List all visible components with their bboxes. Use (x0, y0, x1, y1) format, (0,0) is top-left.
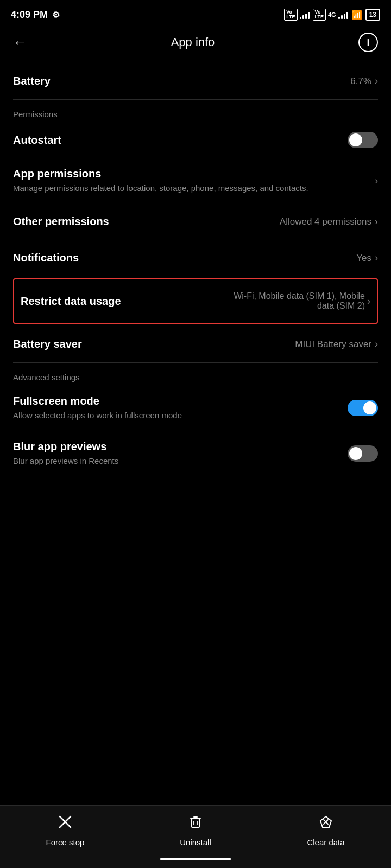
fullscreen-title: Fullscreen mode (13, 395, 339, 407)
back-button[interactable]: ← (13, 34, 27, 51)
restrict-data-value: Wi-Fi, Mobile data (SIM 1), Mobile data … (218, 291, 365, 311)
other-permissions-row[interactable]: Other permissions Allowed 4 permissions … (13, 203, 378, 240)
status-time: 4:09 PM (11, 9, 48, 21)
fullscreen-toggle-knob (363, 401, 376, 414)
volte2-badge: VoLTE (313, 9, 326, 21)
force-stop-button[interactable]: Force stop (33, 814, 98, 847)
autostart-toggle-knob (349, 133, 362, 146)
app-permissions-chevron: › (375, 175, 378, 187)
bottom-bar: Force stop Uninstall (0, 805, 391, 868)
advanced-section-label: Advanced settings (13, 363, 378, 385)
notifications-label: Notifications (13, 252, 79, 264)
restrict-data-usage-row[interactable]: Restrict data usage Wi-Fi, Mobile data (… (13, 278, 378, 324)
battery-row[interactable]: Battery 6.7% › (13, 63, 378, 99)
fullscreen-text: Fullscreen mode Allow selected apps to w… (13, 395, 339, 421)
app-permissions-row[interactable]: App permissions Manage permissions relat… (13, 158, 378, 203)
battery-saver-chevron: › (375, 339, 378, 350)
4g-badge: 4G (328, 11, 336, 18)
bottom-actions: Force stop Uninstall (0, 806, 391, 853)
battery-level: 13 (365, 9, 380, 21)
status-time-area: 4:09 PM ⚙ (11, 9, 60, 21)
blur-subtitle: Blur app previews in Recents (13, 455, 339, 467)
svg-rect-2 (192, 819, 199, 827)
other-permissions-chevron: › (375, 216, 378, 227)
uninstall-label: Uninstall (180, 838, 211, 847)
top-nav: ← App info i (0, 27, 391, 63)
uninstall-icon (188, 814, 203, 833)
sim1-signal-group: VoLTE (284, 9, 309, 21)
battery-saver-value-area: MIUI Battery saver › (295, 339, 378, 350)
blur-previews-row[interactable]: Blur app previews Blur app previews in R… (13, 431, 378, 510)
volte1-badge: VoLTE (284, 9, 297, 21)
clear-data-label: Clear data (307, 838, 344, 847)
page-title: App info (171, 35, 215, 49)
wifi-icon: 📶 (351, 10, 362, 20)
permissions-section-label: Permissions (13, 100, 378, 122)
fullscreen-mode-row[interactable]: Fullscreen mode Allow selected apps to w… (13, 385, 378, 431)
autostart-row[interactable]: Autostart (13, 122, 378, 158)
status-bar: 4:09 PM ⚙ VoLTE VoLTE 4G 📶 13 (0, 0, 391, 27)
app-permissions-text: App permissions Manage permissions relat… (13, 168, 368, 194)
blur-title: Blur app previews (13, 441, 339, 453)
autostart-toggle[interactable] (348, 132, 378, 148)
notifications-row[interactable]: Notifications Yes › (13, 240, 378, 276)
sim2-signal-group: VoLTE 4G (313, 9, 348, 21)
sim2-bars (338, 10, 348, 19)
notifications-value-area: Yes › (356, 252, 378, 264)
info-button[interactable]: i (358, 33, 378, 52)
restrict-data-chevron: › (367, 296, 370, 307)
home-bar (160, 858, 231, 860)
clear-data-icon (318, 814, 333, 833)
force-stop-icon (58, 814, 73, 833)
status-icons: VoLTE VoLTE 4G 📶 13 (284, 9, 380, 21)
battery-saver-value: MIUI Battery saver (295, 339, 371, 350)
battery-label: Battery (13, 75, 51, 87)
blur-toggle[interactable] (348, 445, 378, 462)
other-permissions-label: Other permissions (13, 215, 109, 228)
autostart-label: Autostart (13, 134, 61, 146)
fullscreen-subtitle: Allow selected apps to work in fullscree… (13, 410, 339, 421)
app-permissions-title: App permissions (13, 168, 368, 180)
battery-indicator: 13 (365, 9, 380, 21)
battery-saver-row[interactable]: Battery saver MIUI Battery saver › (13, 326, 378, 362)
other-permissions-value: Allowed 4 permissions (280, 216, 371, 227)
blur-text: Blur app previews Blur app previews in R… (13, 441, 339, 467)
notifications-chevron: › (375, 252, 378, 264)
notifications-value: Yes (356, 253, 371, 264)
restrict-data-label: Restrict data usage (21, 295, 121, 308)
sim1-bars (300, 10, 310, 19)
battery-saver-label: Battery saver (13, 338, 82, 350)
app-permissions-subtitle: Manage permissions related to location, … (13, 182, 368, 194)
battery-value: 6.7% (350, 76, 371, 87)
force-stop-label: Force stop (46, 838, 85, 847)
other-permissions-value-area: Allowed 4 permissions › (280, 216, 378, 227)
blur-toggle-knob (349, 447, 362, 460)
restrict-data-value-area: Wi-Fi, Mobile data (SIM 1), Mobile data … (218, 291, 370, 311)
clear-data-button[interactable]: Clear data (293, 814, 358, 847)
battery-chevron: › (375, 75, 378, 87)
settings-gear-icon: ⚙ (52, 10, 60, 20)
content-area: Battery 6.7% › Permissions Autostart App… (0, 63, 391, 510)
battery-value-area: 6.7% › (350, 75, 378, 87)
uninstall-button[interactable]: Uninstall (163, 814, 228, 847)
home-indicator (0, 853, 391, 868)
fullscreen-toggle[interactable] (348, 400, 378, 416)
